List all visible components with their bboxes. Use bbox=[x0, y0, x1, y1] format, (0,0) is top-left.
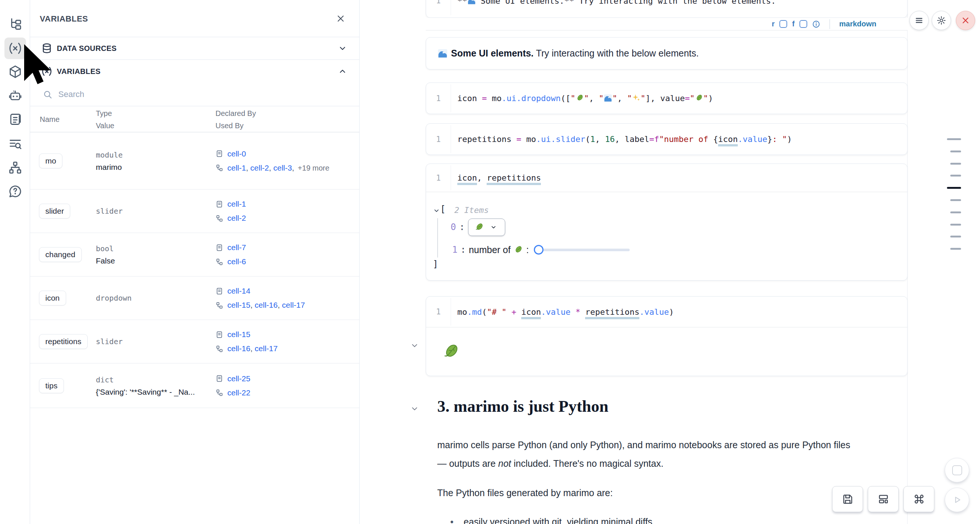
cell-link[interactable]: cell-2 bbox=[250, 164, 269, 172]
settings-button[interactable] bbox=[932, 11, 951, 30]
minimap-cell-marker[interactable] bbox=[950, 248, 961, 250]
variables-table-header: Name Type Value Declared By Used By bbox=[30, 106, 359, 132]
cell-link[interactable]: cell-3 bbox=[274, 164, 292, 172]
help-icon bbox=[8, 184, 22, 199]
cell-link[interactable]: cell-16 bbox=[228, 344, 250, 353]
icon-dropdown-select[interactable] bbox=[468, 218, 505, 236]
cell-link[interactable]: cell-7 bbox=[228, 243, 246, 252]
variable-row[interactable]: changedboolFalsecell-7cell-6 bbox=[30, 233, 359, 277]
frame-toggle-button[interactable] bbox=[945, 458, 969, 483]
sidebar-item-snippets[interactable] bbox=[5, 108, 26, 130]
tree-collapse-icon[interactable] bbox=[434, 208, 439, 214]
code-line[interactable]: icon = mo.ui.dropdown(["", "", ""], valu… bbox=[457, 94, 713, 103]
cell-reference-line: cell-15 bbox=[215, 330, 277, 339]
minimap-cell-marker[interactable] bbox=[950, 175, 961, 177]
repetitions-slider[interactable] bbox=[534, 245, 630, 255]
markdown-output-cell[interactable]: Some UI elements. Try interacting with t… bbox=[426, 37, 908, 70]
variable-type: dict bbox=[96, 375, 195, 384]
cell-link[interactable]: cell-15 bbox=[228, 330, 250, 339]
save-button[interactable] bbox=[832, 486, 863, 512]
mouse-cursor bbox=[23, 43, 52, 86]
sidebar-item-dependency-graph[interactable] bbox=[5, 157, 26, 178]
line-number: 1 bbox=[426, 135, 450, 144]
code-cell-md-repeat[interactable]: 1 mo.md("# " + icon.value * repetitions.… bbox=[426, 296, 908, 376]
cell-link[interactable]: cell-0 bbox=[228, 150, 246, 158]
minimap-cell-marker[interactable] bbox=[947, 138, 961, 140]
code-cell-dropdown[interactable]: 1 icon = mo.ui.dropdown(["", "", ""], va… bbox=[426, 83, 908, 114]
section-label: DATA SOURCES bbox=[57, 44, 117, 53]
cell-usage-icon bbox=[215, 258, 223, 266]
cell-link[interactable]: cell-17 bbox=[255, 344, 278, 353]
slider-knob[interactable] bbox=[534, 245, 544, 255]
shutdown-button[interactable] bbox=[956, 11, 975, 30]
collapse-section-chevron-icon[interactable] bbox=[411, 405, 418, 413]
more-cells-label: +19 more bbox=[298, 164, 329, 172]
info-icon bbox=[812, 20, 820, 28]
leaf-emoji-output bbox=[442, 342, 460, 361]
sidebar-item-file-tree[interactable] bbox=[5, 13, 26, 35]
sidebar-item-help[interactable] bbox=[5, 181, 26, 202]
slider-track[interactable] bbox=[536, 248, 630, 251]
minimap-cell-marker[interactable] bbox=[950, 163, 961, 165]
marimo-app: VARIABLES DATA SOURCES VARIABLES Search … bbox=[0, 0, 980, 524]
cell-link[interactable]: cell-22 bbox=[228, 389, 250, 397]
notebook-menu-button[interactable] bbox=[909, 11, 929, 30]
run-button[interactable] bbox=[945, 487, 969, 512]
leaf-emoji bbox=[576, 94, 584, 102]
minimap-active-cell-marker[interactable] bbox=[947, 187, 961, 189]
minimap-cell-marker[interactable] bbox=[950, 236, 961, 237]
minimap-cell-marker[interactable] bbox=[950, 199, 961, 201]
variable-name-badge: slider bbox=[39, 204, 70, 218]
code-line[interactable]: icon, repetitions bbox=[457, 173, 541, 183]
cell-link[interactable]: cell-14 bbox=[228, 287, 250, 295]
bullet-marker: • bbox=[450, 516, 453, 524]
toolbar-checkbox-icon[interactable] bbox=[780, 20, 787, 28]
info-button[interactable] bbox=[812, 20, 820, 28]
close-panel-button[interactable] bbox=[336, 13, 347, 24]
variable-row[interactable]: repetitionsslidercell-15cell-16, cell-17 bbox=[30, 320, 359, 363]
variable-name-badge: tips bbox=[39, 378, 64, 393]
minimap-cell-marker[interactable] bbox=[950, 212, 961, 213]
cell-editor-markdown-source[interactable]: 1 ** Some UI elements.** Try interacting… bbox=[426, 0, 908, 18]
code-cell-tuple[interactable]: 1 icon, repetitions [ 2 Items 0 : 1 bbox=[426, 164, 908, 280]
variable-row[interactable]: icondropdowncell-14cell-15, cell-16, cel… bbox=[30, 277, 359, 320]
sidebar-item-logs[interactable] bbox=[5, 133, 26, 154]
code-line[interactable]: mo.md("# " + icon.value * repetitions.va… bbox=[457, 307, 674, 317]
code-line[interactable]: repetitions = mo.ui.slider(1, 16, label=… bbox=[457, 135, 792, 144]
cell-link[interactable]: cell-2 bbox=[228, 214, 246, 222]
variable-row[interactable]: momodulemarimocell-0cell-1, cell-2, cell… bbox=[30, 132, 359, 190]
tree-item-count: 2 Items bbox=[454, 205, 489, 215]
code-line[interactable]: ** Some UI elements.** Try interacting w… bbox=[457, 0, 776, 6]
cell-reference-line: cell-6 bbox=[215, 257, 246, 266]
chevron-down-icon bbox=[339, 44, 347, 53]
toolbar-checkbox-icon[interactable] bbox=[799, 20, 807, 28]
variable-row[interactable]: sliderslidercell-1cell-2 bbox=[30, 190, 359, 233]
cell-link[interactable]: cell-1 bbox=[228, 199, 246, 208]
command-palette-button[interactable] bbox=[904, 486, 934, 512]
cell-link[interactable]: cell-25 bbox=[228, 374, 250, 383]
cell-link[interactable]: cell-1 bbox=[228, 164, 246, 172]
code-cell-slider[interactable]: 1 repetitions = mo.ui.slider(1, 16, labe… bbox=[426, 123, 908, 155]
cell-language-label[interactable]: markdown bbox=[839, 20, 877, 28]
slider-label: number of bbox=[469, 245, 511, 255]
minimap-cell-marker[interactable] bbox=[950, 224, 961, 226]
variable-name-badge: repetitions bbox=[39, 334, 88, 349]
cell-reference-line: cell-2 bbox=[215, 214, 246, 223]
cell-link[interactable]: cell-16 bbox=[255, 301, 278, 309]
section-label: VARIABLES bbox=[57, 67, 101, 75]
variables-search-input[interactable]: Search bbox=[30, 83, 359, 106]
section-variables[interactable]: VARIABLES bbox=[30, 60, 359, 83]
variable-name-badge: icon bbox=[39, 291, 66, 306]
layout-button[interactable] bbox=[868, 486, 899, 512]
sidebar-item-ai-assistant[interactable] bbox=[5, 85, 26, 106]
section-data-sources[interactable]: DATA SOURCES bbox=[30, 37, 359, 60]
line-number: 1 bbox=[426, 174, 450, 183]
collapse-output-chevron-icon[interactable] bbox=[411, 342, 418, 349]
logs-icon bbox=[8, 137, 22, 151]
cell-link[interactable]: cell-15 bbox=[228, 301, 250, 309]
cell-link[interactable]: cell-6 bbox=[228, 257, 246, 266]
cell-link[interactable]: cell-17 bbox=[282, 301, 305, 309]
variable-row[interactable]: tipsdict{'Saving': '**Saving** - _Na...c… bbox=[30, 363, 359, 408]
minimap-cell-marker[interactable] bbox=[950, 151, 961, 152]
dependency-graph-icon bbox=[8, 161, 22, 175]
